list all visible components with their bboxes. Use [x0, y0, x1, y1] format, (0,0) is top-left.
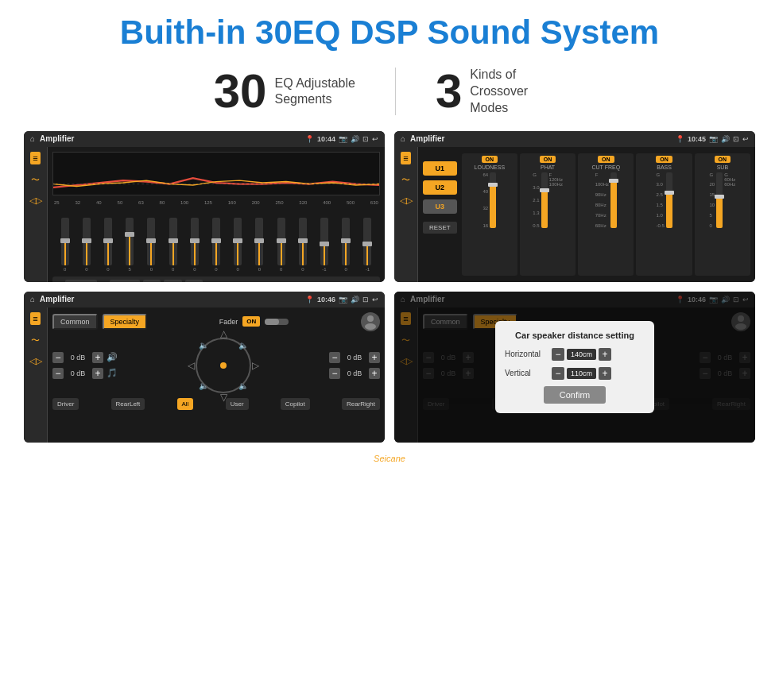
eq-sidebar-icon-3[interactable]: ≡	[30, 312, 40, 325]
eq-sidebar-icon[interactable]: ≡	[30, 152, 40, 164]
loudness-on-btn[interactable]: ON	[482, 156, 498, 163]
phat-on-btn[interactable]: ON	[540, 156, 556, 163]
prev-arrow[interactable]: ◀	[56, 280, 62, 282]
reset-btn[interactable]: RESET	[110, 280, 141, 282]
sub-slider[interactable]	[716, 172, 723, 228]
next-arrow[interactable]: ▶	[100, 280, 107, 282]
channel-bass: ON BASS G 3.0 2.5 1.5 1.0 -0.5	[636, 153, 692, 276]
bass-on-btn[interactable]: ON	[656, 156, 672, 163]
fader-on-btn[interactable]: ON	[242, 316, 260, 327]
confirm-button[interactable]: Confirm	[544, 386, 607, 404]
eq-slider-6[interactable]: 0	[164, 218, 182, 272]
vol-sidebar-icon-2[interactable]: ◁▷	[400, 195, 413, 206]
eq-slider-2[interactable]: 0	[77, 218, 95, 272]
cutfreq-slider[interactable]	[610, 172, 617, 228]
loudness-slider[interactable]	[490, 172, 496, 228]
eq-slider-15[interactable]: -1	[358, 218, 377, 272]
fader-content: Common Specialty Fader ON	[48, 307, 385, 443]
user-btn[interactable]: User	[226, 398, 249, 410]
wave-sidebar-icon-3[interactable]: 〜	[31, 335, 40, 346]
home-icon-3[interactable]: ⌂	[30, 295, 35, 304]
ch1-minus-btn[interactable]: −	[52, 352, 64, 363]
fader-bottom: Driver RearLeft All User Copilot RearRig…	[52, 398, 380, 410]
u3-btn[interactable]: U3	[185, 280, 203, 282]
eq-slider-4[interactable]: 5	[121, 218, 139, 272]
eq-slider-12[interactable]: 0	[293, 218, 312, 272]
status-time-2: 10:45	[688, 135, 706, 143]
sub-on-btn[interactable]: ON	[715, 156, 731, 163]
eq-curve-svg	[53, 153, 379, 195]
ch4-minus-btn[interactable]: −	[329, 368, 340, 379]
u2-preset[interactable]: U2	[423, 180, 457, 195]
vol-sidebar-icon-3[interactable]: ◁▷	[29, 356, 42, 366]
back-icon-1[interactable]: ↩	[372, 135, 378, 143]
vol-sidebar-icon[interactable]: ◁▷	[29, 195, 42, 206]
speaker-center-dot	[220, 362, 227, 369]
speaker-circle: ◁ ▷ △ ▽ 🔈 🔈 🔈 🔈	[196, 338, 251, 393]
ch2-minus-btn[interactable]: −	[52, 368, 64, 379]
sidebar-1: ≡ 〜 ◁▷	[24, 147, 48, 282]
home-icon-1[interactable]: ⌂	[30, 134, 35, 143]
arrow-down[interactable]: ▽	[220, 392, 227, 403]
ch3-plus-btn[interactable]: +	[369, 352, 380, 363]
stat-crossover: 3 Kinds ofCrossover Modes	[396, 67, 605, 116]
wave-sidebar-icon-2[interactable]: 〜	[401, 174, 410, 186]
eq-slider-3[interactable]: 0	[99, 218, 117, 272]
fader-slider-mini[interactable]	[265, 319, 289, 325]
copilot-btn[interactable]: Copilot	[281, 398, 310, 410]
screenshots-grid: ⌂ Amplifier 📍 10:44 📷 🔊 ⊡ ↩ ≡ 〜 ◁▷	[0, 131, 779, 451]
status-title-3: Amplifier	[40, 295, 300, 304]
back-icon-2[interactable]: ↩	[742, 135, 749, 143]
common-tab[interactable]: Common	[52, 314, 98, 330]
stats-row: 30 EQ AdjustableSegments 3 Kinds ofCross…	[0, 59, 779, 130]
cutfreq-on-btn[interactable]: ON	[598, 156, 614, 163]
eq-slider-9[interactable]: 0	[229, 218, 247, 272]
rearleft-btn[interactable]: RearLeft	[111, 398, 145, 410]
driver-btn[interactable]: Driver	[52, 398, 79, 410]
arrow-up[interactable]: △	[220, 328, 227, 339]
ch1-plus-btn[interactable]: +	[92, 352, 103, 363]
custom-btn[interactable]: Custom	[65, 280, 97, 282]
vertical-stepper: − 110cm +	[552, 367, 611, 380]
u1-btn[interactable]: U1	[143, 280, 161, 282]
ch4-plus-btn[interactable]: +	[369, 368, 380, 379]
watermark: Seicane	[0, 451, 779, 466]
horizontal-plus-btn[interactable]: +	[599, 348, 611, 361]
eq-graph	[52, 152, 380, 195]
horizontal-minus-btn[interactable]: −	[552, 348, 564, 361]
stat-eq-number: 30	[214, 68, 267, 115]
user-icon	[361, 312, 380, 331]
back-icon-3[interactable]: ↩	[372, 296, 378, 304]
eq-slider-11[interactable]: 0	[272, 218, 290, 272]
bass-name: BASS	[657, 164, 672, 170]
ch3-minus-btn[interactable]: −	[329, 352, 340, 363]
eq-slider-1[interactable]: 0	[56, 218, 74, 272]
specialty-tab[interactable]: Specialty	[103, 314, 148, 330]
all-btn[interactable]: All	[177, 398, 194, 410]
eq-slider-5[interactable]: 0	[142, 218, 161, 272]
u2-btn[interactable]: U2	[164, 280, 181, 282]
rearright-btn[interactable]: RearRight	[342, 398, 380, 410]
u3-preset[interactable]: U3	[423, 199, 457, 214]
eq-slider-8[interactable]: 0	[207, 218, 225, 272]
phat-slider[interactable]	[541, 172, 548, 228]
channel-loudness: ON LOUDNESS 64 40 32 16	[462, 153, 517, 276]
vertical-minus-btn[interactable]: −	[552, 367, 564, 380]
eq-slider-14[interactable]: 0	[337, 218, 355, 272]
speaker-tl: 🔈	[199, 341, 208, 350]
wave-sidebar-icon[interactable]: 〜	[31, 174, 40, 186]
arrow-left[interactable]: ◁	[188, 360, 195, 371]
eq-slider-7[interactable]: 0	[185, 218, 203, 272]
speaker-br: 🔈	[238, 381, 248, 390]
arrow-right[interactable]: ▷	[252, 360, 259, 371]
u1-preset[interactable]: U1	[423, 161, 457, 176]
watermark-text: Seicane	[374, 454, 405, 463]
vertical-plus-btn[interactable]: +	[599, 367, 611, 380]
eq-sidebar-icon-2[interactable]: ≡	[401, 152, 410, 164]
home-icon-2[interactable]: ⌂	[401, 134, 405, 143]
bass-slider[interactable]	[666, 172, 672, 228]
eq-slider-10[interactable]: 0	[250, 218, 269, 272]
ch2-plus-btn[interactable]: +	[92, 368, 103, 379]
crossover-reset-btn[interactable]: RESET	[423, 222, 457, 234]
eq-slider-13[interactable]: -1	[315, 218, 333, 272]
